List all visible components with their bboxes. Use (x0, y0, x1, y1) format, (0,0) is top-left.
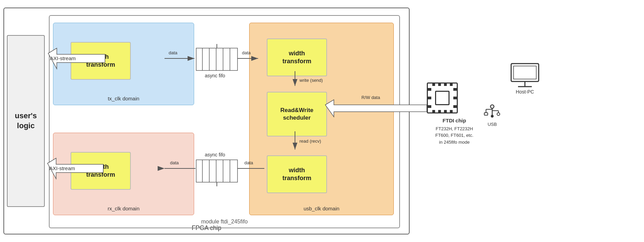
users-logic-text: user'slogic (15, 111, 37, 131)
tx-clk-domain: tx_clk domain widthtransform (53, 23, 194, 105)
usb-label: USB (488, 122, 497, 127)
ftdi-models: FT232H, FT2232HFT600, FT601, etc.in 245f… (427, 125, 482, 146)
width-transform-tx: widthtransform (71, 42, 131, 80)
ftdi-chip-label: FTDI chip (427, 117, 482, 125)
svg-point-43 (490, 105, 494, 108)
ftdi-chip-icon (427, 82, 458, 113)
usb-clk-domain: usb_clk domain widthtransform Read&Write… (249, 23, 394, 215)
ftdi-info: FTDI chip FT232H, FT2232HFT600, FT601, e… (427, 117, 482, 145)
users-logic-box: user'slogic (7, 35, 45, 207)
width-transform-usb-rx: widthtransform (267, 155, 327, 193)
svg-rect-38 (511, 64, 539, 81)
read-write-scheduler: Read&Writescheduler (267, 92, 327, 136)
tx-clk-label: tx_clk domain (108, 96, 139, 101)
usb-section: USB (482, 103, 503, 127)
module-box: module ftdi_245fifo tx_clk domain widtht… (49, 15, 400, 228)
host-pc-icon: Host-PC (509, 62, 540, 95)
svg-rect-46 (484, 113, 488, 115)
width-transform-rx: widthtransform (71, 152, 131, 190)
fpga-chip-box: FPGA chip user'slogic module ftdi_245fif… (3, 8, 410, 234)
host-pc-label: Host-PC (509, 89, 540, 95)
rx-clk-label: rx_clk domain (108, 206, 140, 211)
usb-clk-label: usb_clk domain (304, 206, 339, 211)
rx-clk-domain: rx_clk domain widthtransform (53, 133, 194, 215)
usb-icon (482, 103, 503, 120)
svg-rect-39 (514, 66, 536, 79)
width-transform-usb-tx: widthtransform (267, 38, 327, 76)
diagram-container: FPGA chip user'slogic module ftdi_245fif… (3, 3, 641, 239)
monitor-svg (509, 62, 540, 89)
module-label: module ftdi_245fifo (201, 219, 247, 225)
svg-point-49 (497, 113, 500, 116)
svg-point-50 (491, 115, 494, 118)
